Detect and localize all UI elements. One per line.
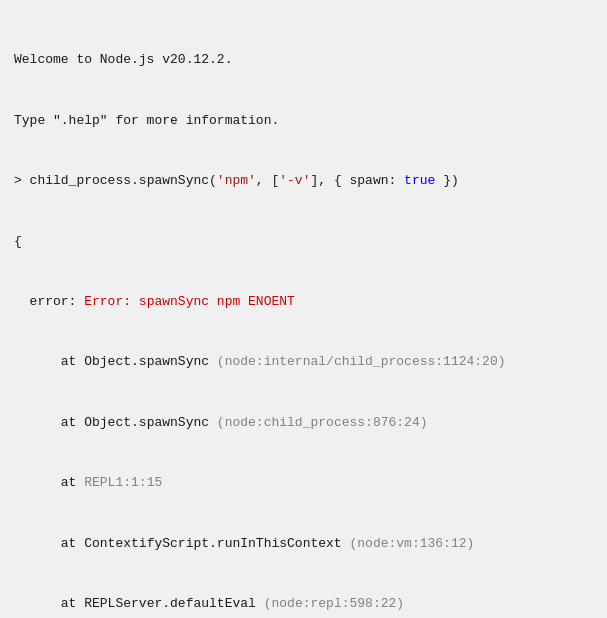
prompt-command: > child_process.spawnSync('npm', ['-v'],… [14, 171, 593, 191]
stack-line-4: at ContextifyScript.runInThisContext (no… [14, 534, 593, 554]
welcome-line-1: Welcome to Node.js v20.12.2. [14, 50, 593, 70]
terminal-output: Welcome to Node.js v20.12.2. Type ".help… [14, 10, 593, 618]
open-brace: { [14, 232, 593, 252]
stack-line-2: at Object.spawnSync (node:child_process:… [14, 413, 593, 433]
stack-line-5: at REPLServer.defaultEval (node:repl:598… [14, 594, 593, 614]
error-label: error: Error: spawnSync npm ENOENT [14, 292, 593, 312]
stack-line-3: at REPL1:1:15 [14, 473, 593, 493]
command-text: child_process.spawnSync('npm', ['-v'], {… [30, 173, 459, 188]
stack-line-1: at Object.spawnSync (node:internal/child… [14, 352, 593, 372]
prompt-marker: > [14, 173, 30, 188]
welcome-line-2: Type ".help" for more information. [14, 111, 593, 131]
